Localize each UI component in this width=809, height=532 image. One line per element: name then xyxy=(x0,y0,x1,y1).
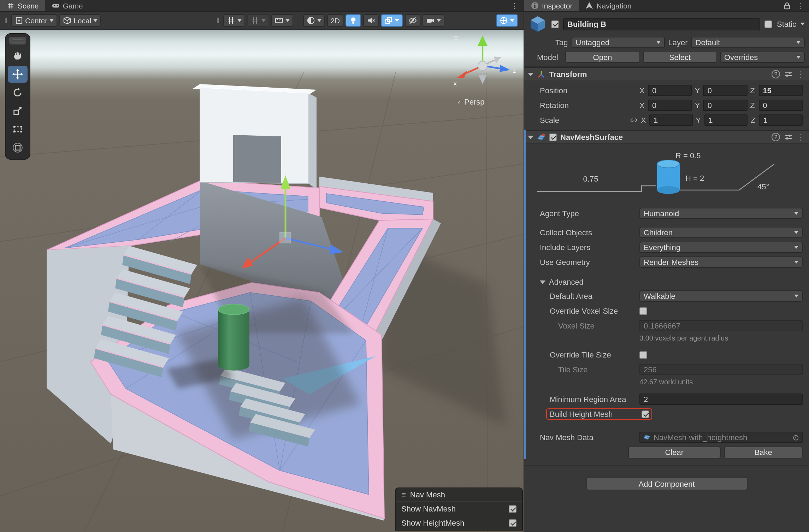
scene-visibility-toggle[interactable] xyxy=(405,14,420,27)
component-menu-kebab[interactable]: ⋮ xyxy=(797,70,805,78)
chevron-down-icon xyxy=(237,19,241,22)
toolbar-drag-handle[interactable]: ‖ xyxy=(215,16,221,25)
show-navmesh-checkbox[interactable] xyxy=(509,505,516,513)
component-enabled-checkbox[interactable] xyxy=(549,133,557,141)
pan-tool-button[interactable] xyxy=(8,47,28,64)
show-heightmesh-label: Show HeightMesh xyxy=(401,519,465,527)
toolbar-drag-handle[interactable]: ‖ xyxy=(3,16,9,25)
axis-z-label: Z xyxy=(751,116,756,124)
audio-toggle[interactable] xyxy=(363,14,379,27)
component-menu-kebab[interactable]: ⋮ xyxy=(797,133,805,141)
rotation-y-field[interactable]: 0 xyxy=(703,100,748,111)
inspector-menu-kebab[interactable]: ⋮ xyxy=(796,2,804,10)
navmeshsurface-header[interactable]: NavMeshSurface ? ⋮ xyxy=(524,130,809,144)
show-heightmesh-checkbox[interactable] xyxy=(509,519,516,527)
scene-3d-render[interactable]: x z ‹ Persp xyxy=(0,30,524,532)
static-flags-caret[interactable] xyxy=(801,23,805,25)
link-icon[interactable] xyxy=(630,117,638,124)
scale-z-field[interactable]: 1 xyxy=(759,114,803,126)
rotation-z-field[interactable]: 0 xyxy=(758,100,803,111)
navmesh-overlay-header[interactable]: ≡ Nav Mesh xyxy=(396,488,522,502)
scene-pane-menu-kebab[interactable]: ⋮ xyxy=(511,2,519,10)
default-area-label: Default Area xyxy=(550,292,592,300)
gameobject-name-input[interactable] xyxy=(563,18,761,30)
orientation-dropdown[interactable]: Local xyxy=(59,14,101,27)
pivot-mode-dropdown[interactable]: Center xyxy=(11,14,57,27)
rotate-tool-button[interactable] xyxy=(8,84,28,101)
navmesh-overlay-title: Nav Mesh xyxy=(410,490,445,499)
scene-viewport[interactable]: x z ‹ Persp xyxy=(0,30,524,532)
tab-inspector[interactable]: Inspector xyxy=(524,0,579,11)
shaded-sphere-icon xyxy=(306,16,315,25)
model-select-button[interactable]: Select xyxy=(643,51,717,63)
position-z-field[interactable]: 15 xyxy=(758,85,803,96)
axis-y-label: Y xyxy=(696,116,701,124)
advanced-foldout[interactable]: Advanced xyxy=(524,275,809,289)
foldout-arrow-icon[interactable] xyxy=(528,135,533,139)
use-geometry-dropdown[interactable]: Render Meshes xyxy=(639,256,803,268)
clear-button[interactable]: Clear xyxy=(628,446,720,458)
tag-dropdown[interactable]: Untagged xyxy=(572,37,665,48)
lighting-toggle[interactable] xyxy=(346,14,361,27)
tile-size-row: Tile Size 256 xyxy=(524,362,809,377)
presets-icon[interactable] xyxy=(784,70,793,78)
effects-dropdown[interactable] xyxy=(381,14,403,27)
clear-label: Clear xyxy=(665,448,684,456)
scale-x-field[interactable]: 1 xyxy=(649,114,693,126)
overrides-dropdown[interactable]: Overrides xyxy=(720,51,805,63)
scale-y-field[interactable]: 1 xyxy=(704,114,748,126)
default-area-dropdown[interactable]: Walkable xyxy=(639,290,803,302)
shading-mode-dropdown[interactable] xyxy=(303,14,325,27)
position-x-field[interactable]: 0 xyxy=(648,85,692,96)
scene-grid-icon xyxy=(6,1,15,10)
axis-center-ball[interactable] xyxy=(478,61,487,70)
camera-settings-dropdown[interactable] xyxy=(423,14,444,27)
snap-settings-dropdown[interactable] xyxy=(247,14,269,27)
gizmos-toggle[interactable] xyxy=(496,14,518,27)
override-tile-checkbox[interactable] xyxy=(639,351,647,359)
transform-tool-button[interactable] xyxy=(8,139,28,156)
add-component-button[interactable]: Add Component xyxy=(586,477,747,490)
collect-objects-dropdown[interactable]: Children xyxy=(639,227,803,238)
agent-type-dropdown[interactable]: Humanoid xyxy=(639,208,803,219)
model-open-button[interactable]: Open xyxy=(565,51,640,63)
palette-drag-handle[interactable] xyxy=(9,37,26,45)
foldout-arrow-icon[interactable] xyxy=(528,72,533,76)
snap-grid-icon xyxy=(250,16,259,25)
show-navmesh-row: Show NavMesh xyxy=(396,502,522,516)
presets-icon[interactable] xyxy=(784,133,793,141)
min-region-field[interactable]: 2 xyxy=(639,394,803,405)
gameobject-enabled-checkbox[interactable] xyxy=(551,20,559,28)
measure-tool-dropdown[interactable] xyxy=(271,14,293,27)
move-tool-button[interactable] xyxy=(8,66,28,83)
lock-icon[interactable] xyxy=(783,1,791,10)
tab-navigation[interactable]: Navigation xyxy=(579,0,638,11)
grid-visibility-dropdown[interactable] xyxy=(223,14,245,27)
override-voxel-checkbox[interactable] xyxy=(639,307,647,315)
chevron-down-icon xyxy=(285,19,289,22)
rotation-x-field[interactable]: 0 xyxy=(648,100,692,111)
help-icon[interactable]: ? xyxy=(772,133,780,141)
viewport-overlay-menu-icon[interactable]: ≡ xyxy=(453,33,459,42)
navmesh-data-object-field[interactable]: NavMesh-with_heightmesh ⊙ xyxy=(639,432,803,443)
layer-dropdown[interactable]: Default xyxy=(691,37,805,48)
axis-x-label: X xyxy=(641,116,646,124)
tab-scene[interactable]: Scene xyxy=(0,0,45,11)
static-checkbox[interactable] xyxy=(765,20,773,28)
position-y-field[interactable]: 0 xyxy=(703,85,748,96)
navmesh-data-label: Nav Mesh Data xyxy=(540,433,594,442)
tab-game[interactable]: Game xyxy=(45,0,89,11)
voxel-help-row: 3.00 voxels per agent radius xyxy=(524,333,809,343)
bake-button[interactable]: Bake xyxy=(724,446,803,458)
build-height-mesh-checkbox[interactable] xyxy=(642,410,649,418)
chevron-down-icon xyxy=(796,55,801,58)
persp-label[interactable]: Persp xyxy=(464,97,484,106)
agent-settings-diagram: 0.75 R = 0.5 H = 2 45° xyxy=(536,150,797,201)
rect-tool-button[interactable] xyxy=(8,121,28,138)
help-icon[interactable]: ? xyxy=(772,70,780,78)
scale-tool-button[interactable] xyxy=(8,102,28,119)
object-picker-icon[interactable]: ⊙ xyxy=(793,433,799,442)
transform-component-header[interactable]: Transform ? ⋮ xyxy=(524,67,809,81)
include-layers-dropdown[interactable]: Everything xyxy=(639,242,803,253)
2d-toggle[interactable]: 2D xyxy=(327,14,343,27)
